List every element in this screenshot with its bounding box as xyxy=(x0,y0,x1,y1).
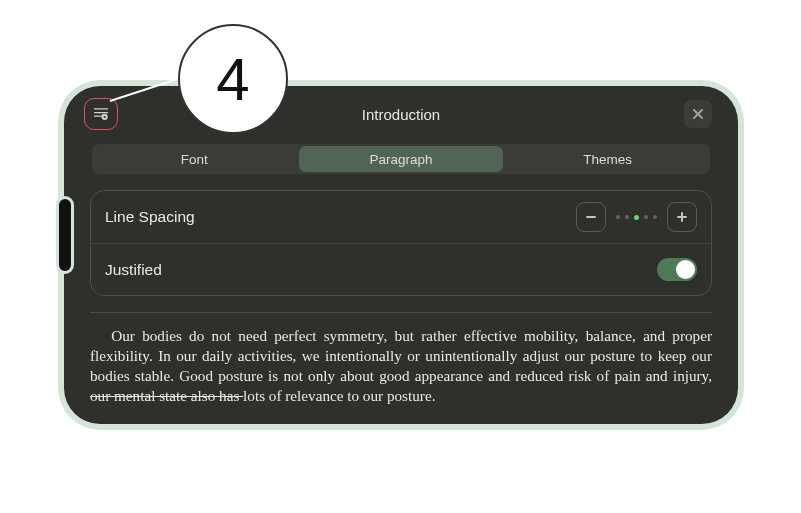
justified-toggle[interactable] xyxy=(657,258,697,281)
section-divider xyxy=(90,312,712,313)
callout-bubble: 4 xyxy=(178,24,288,134)
line-spacing-label: Line Spacing xyxy=(105,208,576,226)
plus-icon xyxy=(675,210,689,224)
screen: Introduction Font Paragraph Themes Line … xyxy=(64,86,738,424)
side-notch xyxy=(56,196,74,274)
line-spacing-decrease-button[interactable] xyxy=(576,202,606,232)
format-tabs: Font Paragraph Themes xyxy=(92,144,710,174)
tab-font[interactable]: Font xyxy=(92,144,297,174)
tab-themes[interactable]: Themes xyxy=(505,144,710,174)
minus-icon xyxy=(584,210,598,224)
justified-row: Justified xyxy=(91,243,711,295)
callout-number: 4 xyxy=(216,45,249,114)
body-text-struck: our mental state also has xyxy=(90,387,243,404)
device-frame: Introduction Font Paragraph Themes Line … xyxy=(58,80,744,430)
paragraph-settings-group: Line Spacing Justified xyxy=(90,190,712,296)
body-text-pre: Our bodies do not need perfect symmetry,… xyxy=(90,327,712,384)
line-spacing-row: Line Spacing xyxy=(91,191,711,243)
justified-label: Justified xyxy=(105,261,657,279)
toggle-knob xyxy=(676,260,695,279)
page-title: Introduction xyxy=(88,106,714,123)
document-body-text: Our bodies do not need perfect symmetry,… xyxy=(90,326,712,406)
line-spacing-indicator xyxy=(616,215,657,220)
line-spacing-increase-button[interactable] xyxy=(667,202,697,232)
tab-paragraph[interactable]: Paragraph xyxy=(299,146,504,172)
body-text-post: lots of relevance to our posture. xyxy=(243,387,435,404)
